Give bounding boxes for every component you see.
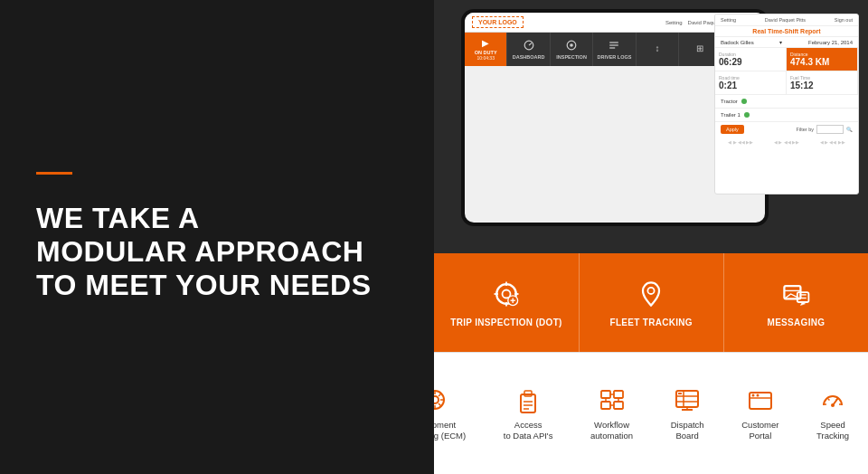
filter-box: Filter by 🔍 [796,125,853,134]
filter-label: Filter by [796,127,814,132]
headline-line1: WE TAKE A [36,202,199,234]
nav-driver-logs-label: DRIVER LOGS [598,54,632,60]
headline-line3: TO MEET YOUR NEEDS [36,269,372,301]
svg-line-88 [828,399,830,401]
page-controls-2[interactable]: ◀ ▶ ◀◀ ▶▶ [774,139,799,145]
svg-rect-77 [678,393,682,394]
report-title: Real Time-Shift Report [715,26,858,37]
report-date: February 21, 2014 [808,40,853,45]
report-stats: Duration 06:29 Distance 474.3 KM [715,48,858,71]
svg-line-57 [439,403,441,406]
nav-arrows[interactable]: ↕ [637,33,679,66]
nav-dashboard[interactable]: DASHBOARD [507,33,550,66]
svg-line-89 [836,399,838,401]
nav-dashboard-label: DASHBOARD [513,54,545,60]
module-trip-inspection[interactable]: TRIP INSPECTION (DOT) [434,253,579,352]
fuel-time-value: 15:12 [790,81,854,90]
nav-on-duty[interactable]: ▶ ON DUTY 10:04:33 [465,33,507,66]
nav-inspection[interactable]: INSPECTION [551,33,593,66]
trailer-status-dot [744,112,750,118]
search-icon[interactable]: 🔍 [846,127,853,132]
sub-module-api[interactable]: Accessto Data API's [495,381,562,447]
svg-line-59 [439,393,441,396]
inspection-icon [566,40,577,52]
employee-name: Badock Gilles [721,40,754,45]
report-stats-2: Road time 0:21 Fuel Time 15:12 [715,71,858,95]
report-header: Setting David Paquet Pitts Sign out [715,14,858,26]
fleet-tracking-label: FLEET TRACKING [610,318,693,327]
dispatch-board-icon [673,385,702,414]
sub-module-speed[interactable]: SpeedTracking [807,381,858,447]
headline-line2: MODULAR APPROACH [36,235,363,268]
distance-value: 474.3 KM [790,57,854,67]
workflow-label: Workflowautomation [590,420,633,442]
grid-icon: ⊞ [696,43,703,53]
fleet-tracking-icon [635,278,667,310]
report-employee: Badock Gilles ▾ February 21, 2014 [715,37,858,48]
on-duty-icon: ▶ [482,38,489,48]
api-access-icon [514,385,542,414]
svg-rect-4 [610,42,619,43]
nav-driver-logs[interactable]: DRIVER LOGS [593,33,636,66]
orange-divider [36,172,72,175]
trailer-row: Trailer 1 [715,109,858,122]
module-messaging[interactable]: MESSAGING [724,253,868,352]
messaging-icon [779,278,812,310]
page-controls-1[interactable]: ◀ ▶ ◀◀ ▶▶ [728,139,753,145]
tractor-row: Tractor [715,95,858,109]
dropdown-arrow[interactable]: ▾ [779,39,782,45]
api-label: Accessto Data API's [504,420,553,442]
svg-rect-65 [601,391,610,398]
svg-rect-5 [610,44,619,45]
road-time-stat: Road time 0:21 [715,71,787,94]
svg-rect-67 [601,402,610,409]
road-time-value: 0:21 [719,81,782,90]
svg-rect-6 [610,47,616,48]
distance-stat: Distance 474.3 KM [787,48,858,71]
dispatch-label: DispatchBoard [671,420,704,442]
user-link: David Paquet Pitts [765,17,806,23]
setting-link[interactable]: Setting [721,17,736,23]
duration-value: 06:29 [719,57,782,67]
signout-link[interactable]: Sign out [835,17,853,23]
svg-rect-68 [614,402,623,409]
duration-stat: Duration 06:29 [715,48,787,71]
apply-bar: Apply Filter by 🔍 [715,122,858,137]
driver-logs-icon [609,40,619,52]
svg-line-1 [529,43,532,44]
svg-point-83 [756,393,759,396]
svg-rect-35 [797,292,809,302]
apply-button[interactable]: Apply [721,125,744,134]
customer-portal-icon [746,385,775,414]
portal-label: CustomerPortal [741,420,778,442]
sub-module-dispatch[interactable]: DispatchBoard [662,381,713,447]
svg-rect-60 [521,394,535,412]
trailer-label: Trailer 1 [721,112,741,118]
tablet-section: YOUR LOGO Setting David Paquet Pitts Sig… [434,0,868,253]
svg-point-82 [751,393,754,396]
tractor-status-dot [741,99,747,104]
svg-rect-66 [614,391,623,398]
pagination-bar: ◀ ▶ ◀◀ ▶▶ ◀ ▶ ◀◀ ▶▶ ◀ ▶ ◀◀ ▶▶ [715,137,858,147]
page-controls-3[interactable]: ◀ ▶ ◀◀ ▶▶ [820,139,845,145]
sub-module-workflow[interactable]: Workflowautomation [581,381,642,447]
speed-tracking-icon [818,385,847,414]
hero-section: WE TAKE A MODULAR APPROACH TO MEET YOUR … [0,0,434,474]
arrows-icon: ↕ [655,43,659,53]
filter-input[interactable] [816,125,844,134]
dashboard-icon [524,40,534,52]
fuel-time-stat: Fuel Time 15:12 [787,71,858,94]
nav-on-duty-time: 10:04:33 [476,55,494,61]
workflow-icon [598,385,627,414]
trip-inspection-icon [490,278,523,310]
svg-point-85 [831,403,835,407]
module-fleet-tracking[interactable]: FLEET TRACKING [580,253,724,352]
sub-module-portal[interactable]: CustomerPortal [732,381,788,447]
report-panel: Setting David Paquet Pitts Sign out Real… [714,14,859,194]
speed-tracking-label: SpeedTracking [816,420,849,442]
app-logo: YOUR LOGO [472,16,524,28]
hero-headline: WE TAKE A MODULAR APPROACH TO MEET YOUR … [36,202,434,301]
svg-point-32 [648,288,655,294]
messaging-label: MESSAGING [768,318,826,327]
svg-point-3 [570,43,573,47]
